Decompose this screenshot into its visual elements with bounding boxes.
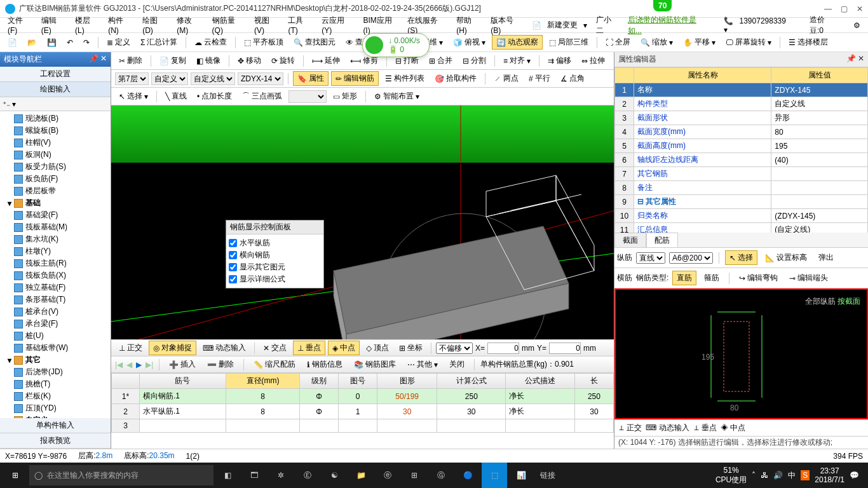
app10-icon[interactable]: ⬚ (482, 463, 507, 488)
menu-draw[interactable]: 绘图(D) (139, 14, 172, 36)
perp-snap[interactable]: ⊥ 垂点 (293, 341, 325, 355)
move-button[interactable]: ✥ 移动 (234, 54, 265, 67)
app9-icon[interactable]: 🔵 (455, 463, 480, 488)
rebar-table[interactable]: 筋号直径(mm)级别图号图形计算公式公式描述长1*横向钢筋.18Φ050/199… (111, 372, 614, 449)
pin-icon[interactable]: 📌 ✕ (89, 54, 107, 65)
fullscreen-button[interactable]: ⛶ 全屏 (602, 36, 634, 49)
twopt-button[interactable]: ⟋ 两点 (490, 72, 522, 85)
ptlen-button[interactable]: • 点加长度 (193, 90, 236, 103)
nav-tabstrip[interactable]: ⁺₋ ▾ (0, 97, 111, 111)
taskview-icon[interactable]: ◧ (215, 463, 240, 488)
menu-file[interactable]: 文件(F) (4, 14, 36, 36)
member-select[interactable]: ZDYX-14 (238, 72, 283, 85)
insert-button[interactable]: ➕ 插入 (165, 358, 200, 371)
save-icon[interactable]: 💾 (43, 37, 60, 48)
smart-button[interactable]: ⚙ 智能布置 ▾ (370, 90, 423, 103)
tree-item[interactable]: 条形基础(T) (1, 294, 109, 306)
display-opt[interactable]: 横向钢筋 (229, 249, 321, 261)
close-button[interactable]: ✕ (857, 4, 863, 13)
info-button[interactable]: ℹ 钢筋信息 (303, 358, 346, 371)
rsel-button[interactable]: ↖ 选择 (725, 250, 757, 265)
maximize-button[interactable]: ▢ (841, 4, 848, 13)
tree-item[interactable]: 承台梁(F) (1, 318, 109, 330)
mid-snap[interactable]: ◈ 中点 (328, 341, 360, 355)
display-opt[interactable]: 水平纵筋 (229, 237, 321, 249)
tree-item[interactable]: 后浇带(JD) (1, 366, 109, 378)
tree-item[interactable]: 集水坑(K) (1, 233, 109, 245)
tray-ime-icon[interactable]: 中 (788, 470, 796, 481)
scale-button[interactable]: 📏 缩尺配筋 (250, 358, 299, 371)
osnap-toggle[interactable]: ◎ 对象捕捉 (149, 341, 196, 355)
open-icon[interactable]: 📂 (24, 37, 41, 48)
long-type[interactable]: 直线 (636, 252, 665, 264)
tree-item[interactable]: ▾ 其它 (1, 354, 109, 366)
menu-version[interactable]: 版本号(B) (487, 14, 527, 36)
y-input[interactable] (549, 342, 581, 354)
section-view[interactable]: 全部纵筋 按截面 195 80 (614, 288, 868, 419)
sortho-toggle[interactable]: ⊥ 正交 (618, 423, 642, 433)
tree-item[interactable]: 基础梁(F) (1, 209, 109, 221)
offset-button[interactable]: ⇉ 偏移 (544, 54, 575, 67)
local3d-button[interactable]: ⬚ 局部三维 (545, 36, 592, 49)
tree-item[interactable]: ▾ 基础 (1, 197, 109, 209)
align-button[interactable]: ≡ 对齐 ▾ (499, 54, 534, 67)
tree-item[interactable]: 挑檐(T) (1, 378, 109, 390)
rdel-button[interactable]: ➖ 删除 (203, 358, 238, 371)
menu-rebar[interactable]: 钢筋量(Q) (208, 14, 250, 36)
tip-link[interactable]: 后浇带的钢筋软件是如... (624, 13, 712, 37)
split-button[interactable]: ⊟ 分割 (459, 54, 490, 67)
eng-settings-tab[interactable]: 工程设置 (0, 67, 111, 82)
vert-snap[interactable]: ◇ 顶点 (362, 341, 393, 355)
draw-input-tab[interactable]: 绘图输入 (0, 82, 111, 97)
popup-button[interactable]: 弹出 (815, 251, 837, 264)
menu-floor[interactable]: 楼层(L) (71, 14, 103, 36)
topview-button[interactable]: 🧊 俯视 ▾ (449, 36, 489, 49)
x-input[interactable] (487, 342, 519, 354)
app2-icon[interactable]: ✲ (268, 463, 294, 488)
tray-net-icon[interactable]: 🖧 (761, 471, 768, 480)
tree-item[interactable]: 柱墩(Y) (1, 245, 109, 257)
system-tray[interactable]: 51%CPU使用 ˄ 🖧 🔊 中 S 23:372018/7/1 💬 (715, 466, 865, 485)
select-button[interactable]: ↖ 选择 ▾ (115, 90, 152, 103)
tree-item[interactable]: 桩(U) (1, 330, 109, 342)
ptangle-button[interactable]: ∡ 点角 (557, 72, 588, 85)
tree-item[interactable]: 板洞(N) (1, 149, 109, 161)
start-button[interactable]: ⊞ (3, 463, 28, 488)
cloud-check-button[interactable]: ☁ 云检查 (191, 36, 231, 49)
floor-select[interactable]: 第7层 (115, 72, 149, 85)
sperp-snap[interactable]: ⊥ 垂点 (693, 423, 717, 433)
lib-button[interactable]: 📚 钢筋图库 (350, 358, 400, 371)
3d-viewport[interactable]: XZY 钢筋显示控制面板 水平纵筋 横向钢筋 显示其它图元 显示详细公式 (111, 105, 614, 339)
zoom-button[interactable]: 🔍 缩放 ▾ (637, 36, 677, 49)
stirrup-button[interactable]: 箍筋 (700, 271, 723, 285)
tree-item[interactable]: 筏板负筋(X) (1, 269, 109, 281)
tree-item[interactable]: 筏板主筋(R) (1, 257, 109, 269)
define-button[interactable]: ≣ 定义 (103, 36, 134, 49)
rotate-button[interactable]: ⟳ 旋转 (268, 54, 299, 67)
new-icon[interactable]: 📄 (4, 37, 21, 48)
undo-icon[interactable]: ↶ (63, 37, 77, 48)
phone-label[interactable]: 📞 13907298339 ▾ (720, 15, 798, 36)
dyn-toggle[interactable]: ⌨ 动态输入 (199, 341, 250, 355)
orbit-button[interactable]: 🔄 动态观察 (492, 35, 543, 50)
merge-button[interactable]: ⊞ 合并 (425, 54, 456, 67)
type-select[interactable]: 自定义线 (191, 72, 235, 85)
tree-item[interactable]: 板负筋(F) (1, 173, 109, 185)
sumcalc-button[interactable]: Σ 汇总计算 (137, 36, 181, 49)
menu-edit[interactable]: 编辑(E) (37, 14, 70, 36)
arc-button[interactable]: ⌒ 三点画弧 (238, 90, 286, 103)
tree-item[interactable]: 柱帽(V) (1, 137, 109, 149)
arc-mode-select[interactable] (288, 90, 327, 103)
last-icon[interactable]: ▶| (146, 360, 153, 369)
sdyn-toggle[interactable]: ⌨ 动态输入 (646, 423, 689, 433)
display-opt[interactable]: 显示其它图元 (229, 261, 321, 273)
close-button2[interactable]: 关闭 (445, 358, 468, 371)
minimize-button[interactable]: — (824, 4, 832, 13)
end-button[interactable]: ⊸ 编辑端头 (785, 271, 832, 285)
app7-icon[interactable]: ⊞ (402, 463, 427, 488)
category-select[interactable]: 自定义 (151, 72, 188, 85)
elev-button[interactable]: 📐 设置标高 (761, 251, 811, 264)
ortho-toggle[interactable]: ⊥ 正交 (115, 341, 146, 355)
mirror-button[interactable]: ◧ 镜像 (193, 54, 224, 67)
menu-tools[interactable]: 工具(T) (284, 14, 316, 36)
